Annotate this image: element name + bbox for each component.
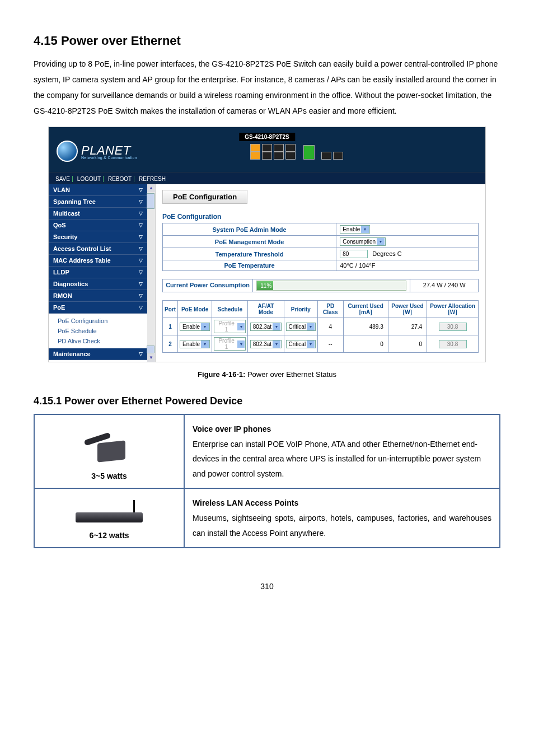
chevron-down-icon: ▾ bbox=[307, 340, 315, 348]
pd-title-2: Wireless LAN Access Points bbox=[193, 498, 298, 507]
chevron-icon: ▽ bbox=[139, 305, 143, 310]
main-panel: PoE Configuration PoE Configuration Syst… bbox=[156, 184, 485, 362]
nav-multicast[interactable]: Multicast▽ bbox=[49, 208, 147, 220]
chevron-icon: ▽ bbox=[139, 269, 143, 275]
table-row: 2 Enable▾ Profile 1▾ 802.3at▾ Critical▾ … bbox=[163, 335, 479, 353]
admin-mode-select[interactable]: Enable▾ bbox=[340, 225, 370, 234]
chevron-down-icon: ▾ bbox=[237, 340, 245, 348]
section-title: PoE Configuration bbox=[162, 213, 479, 221]
scrollbar[interactable]: ▲ ▼ bbox=[147, 184, 155, 362]
th-pused: Power Used [W] bbox=[388, 301, 427, 318]
consumption-value: 27.4 W / 240 W bbox=[410, 279, 478, 292]
phone-icon bbox=[84, 432, 134, 463]
chevron-down-icon: ▾ bbox=[201, 340, 209, 348]
nav-lldp[interactable]: LLDP▽ bbox=[49, 267, 147, 278]
nav-poe[interactable]: PoE▽ bbox=[49, 302, 147, 314]
nav-qos[interactable]: QoS▽ bbox=[49, 220, 147, 231]
afat-select[interactable]: 802.3at▾ bbox=[250, 340, 282, 348]
consumption-bar-fill: 11% bbox=[257, 281, 273, 290]
th-afat: AF/AT Mode bbox=[248, 301, 284, 318]
pd-cell-ap: 6~12 watts bbox=[34, 488, 184, 548]
chevron-icon: ▽ bbox=[139, 234, 143, 240]
afat-select[interactable]: 802.3at▾ bbox=[250, 323, 282, 331]
pd-watts-2: 6~12 watts bbox=[39, 528, 179, 543]
pd-watts-1: 3~5 watts bbox=[39, 469, 179, 484]
screenshot-app: PLANET Networking & Communication GS-421… bbox=[48, 127, 486, 362]
subnav-poe-schedule[interactable]: PoE Schedule bbox=[49, 326, 147, 336]
temp-thresh-unit: Degrees C bbox=[372, 250, 402, 257]
pd-text-1: Enterprise can install POE VoIP Phone, A… bbox=[193, 440, 481, 478]
chevron-down-icon: ▾ bbox=[307, 323, 315, 330]
power-alloc-input: 30.8 bbox=[439, 323, 467, 331]
ap-icon bbox=[76, 502, 143, 522]
subnav-poe-config[interactable]: PoE Configuration bbox=[49, 316, 147, 326]
pd-desc-2: Wireless LAN Access Points Museums, sigh… bbox=[184, 488, 500, 548]
temp-thresh-label: Temperature Threshold bbox=[163, 248, 336, 260]
chevron-icon: ▽ bbox=[139, 351, 143, 357]
nav-vlan[interactable]: VLAN▽ bbox=[49, 184, 147, 196]
config-table: System PoE Admin Mode Enable▾ PoE Manage… bbox=[162, 223, 479, 271]
page-title: PoE Configuration bbox=[162, 190, 247, 204]
chevron-down-icon: ▾ bbox=[361, 226, 369, 233]
subnav-pd-alive[interactable]: PD Alive Check bbox=[49, 336, 147, 346]
admin-mode-label: System PoE Admin Mode bbox=[163, 223, 336, 236]
nav-acl[interactable]: Access Control List▽ bbox=[49, 243, 147, 255]
nav-mac-table[interactable]: MAC Address Table▽ bbox=[49, 255, 147, 267]
th-priority: Priority bbox=[284, 301, 318, 318]
globe-icon bbox=[57, 141, 78, 162]
chevron-down-icon: ▾ bbox=[201, 323, 209, 330]
intro-paragraph: Providing up to 8 PoE, in-line power int… bbox=[34, 56, 500, 119]
chevron-icon: ▽ bbox=[139, 258, 143, 263]
th-port: Port bbox=[163, 301, 178, 318]
chevron-down-icon: ▾ bbox=[273, 340, 280, 348]
consumption-bar: 11% bbox=[256, 281, 406, 291]
table-row: 1 Enable▾ Profile 1▾ 802.3at▾ Critical▾ … bbox=[163, 318, 479, 335]
nav-rmon[interactable]: RMON▽ bbox=[49, 290, 147, 302]
poe-temp-label: PoE Temperature bbox=[163, 260, 336, 271]
toolbar-save[interactable]: SAVE bbox=[53, 176, 73, 182]
poe-temp-value: 40°C / 104°F bbox=[336, 260, 479, 271]
nav-diagnostics[interactable]: Diagnostics▽ bbox=[49, 278, 147, 290]
brand-tagline: Networking & Communication bbox=[81, 156, 137, 160]
schedule-select[interactable]: Profile 1▾ bbox=[214, 337, 246, 351]
nav-security[interactable]: Security▽ bbox=[49, 231, 147, 243]
chevron-icon: ▽ bbox=[139, 246, 143, 251]
poe-mode-select[interactable]: Enable▾ bbox=[180, 323, 210, 331]
chevron-icon: ▽ bbox=[139, 222, 143, 228]
th-palloc: Power Allocation [W] bbox=[427, 301, 479, 318]
th-pdclass: PD Class bbox=[318, 301, 343, 318]
section-heading: 4.15 Power over Ethernet bbox=[34, 34, 500, 48]
nav-maintenance[interactable]: Maintenance▽ bbox=[49, 348, 147, 360]
switch-graphic bbox=[250, 144, 343, 160]
toolbar: SAVE LOGOUT REBOOT REFRESH bbox=[49, 172, 485, 184]
chevron-icon: ▽ bbox=[139, 211, 143, 216]
th-schedule: Schedule bbox=[212, 301, 248, 318]
pd-device-table: 3~5 watts Voice over IP phones Enterpris… bbox=[34, 414, 500, 548]
subsection-heading: 4.15.1 Power over Ethernet Powered Devic… bbox=[34, 395, 500, 407]
chevron-down-icon: ▾ bbox=[273, 323, 280, 330]
toolbar-refresh[interactable]: REFRESH bbox=[137, 176, 168, 182]
nav-spanning-tree[interactable]: Spanning Tree▽ bbox=[49, 196, 147, 208]
sidebar: ▲ ▼ VLAN▽ Spanning Tree▽ Multicast▽ QoS▽… bbox=[49, 184, 156, 362]
page-number: 310 bbox=[34, 582, 500, 591]
priority-select[interactable]: Critical▾ bbox=[286, 340, 316, 348]
toolbar-reboot[interactable]: REBOOT bbox=[106, 176, 134, 182]
port-table: Port PoE Mode Schedule AF/AT Mode Priori… bbox=[162, 300, 479, 353]
priority-select[interactable]: Critical▾ bbox=[286, 323, 316, 331]
schedule-select[interactable]: Profile 1▾ bbox=[214, 320, 246, 333]
temp-thresh-input[interactable]: 80 bbox=[340, 250, 368, 258]
app-header: PLANET Networking & Communication GS-421… bbox=[49, 127, 485, 172]
mgmt-mode-select[interactable]: Consumption▾ bbox=[340, 237, 386, 246]
power-alloc-input: 30.8 bbox=[439, 340, 467, 348]
pd-cell-phone: 3~5 watts bbox=[34, 414, 184, 488]
poe-mode-select[interactable]: Enable▾ bbox=[180, 340, 210, 348]
chevron-icon: ▽ bbox=[139, 199, 143, 204]
chevron-icon: ▽ bbox=[139, 281, 143, 287]
pd-desc-1: Voice over IP phones Enterprise can inst… bbox=[184, 414, 500, 488]
toolbar-logout[interactable]: LOGOUT bbox=[75, 176, 104, 182]
chevron-icon: ▽ bbox=[139, 187, 143, 193]
figure-caption: Figure 4-16-1: Power over Ethernet Statu… bbox=[34, 370, 500, 379]
consumption-label: Current Power Consumption bbox=[163, 279, 253, 292]
th-current: Current Used [mA] bbox=[343, 301, 388, 318]
chevron-icon: ▽ bbox=[139, 293, 143, 298]
